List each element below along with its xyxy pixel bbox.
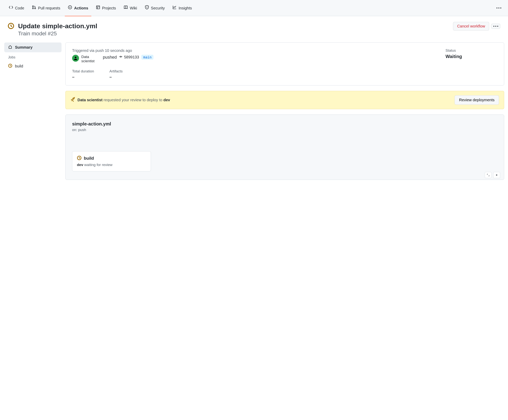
- trigger-text: Triggered via push 10 seconds ago: [72, 48, 442, 53]
- tab-insights[interactable]: Insights: [169, 0, 195, 16]
- tab-wiki[interactable]: Wiki: [120, 0, 140, 16]
- book-icon: [124, 5, 128, 11]
- artifacts-label: Artifacts: [109, 69, 123, 73]
- tab-label: Insights: [179, 5, 192, 11]
- svg-point-9: [120, 56, 121, 57]
- kebab-icon: [493, 26, 498, 27]
- duration-label: Total duration: [72, 69, 94, 73]
- run-actions-menu[interactable]: [491, 24, 500, 29]
- run-summary-panel: Triggered via push 10 seconds ago Data s…: [65, 43, 504, 86]
- sidebar-label: Summary: [15, 45, 32, 50]
- tab-security[interactable]: Security: [142, 0, 168, 16]
- review-deployments-button[interactable]: Review deployments: [455, 95, 499, 105]
- review-actor: Data scientist: [77, 98, 103, 102]
- commit-sha: 5899133: [124, 55, 139, 59]
- table-icon: [96, 5, 100, 11]
- svg-point-2: [35, 8, 36, 9]
- review-middle-text: requested your review to deploy to: [103, 98, 164, 102]
- workflow-trigger-label: on: push: [72, 128, 497, 132]
- clock-icon: [8, 23, 14, 29]
- git-pull-request-icon: [32, 5, 36, 11]
- graph-icon: [172, 5, 177, 11]
- clock-icon: [77, 156, 82, 161]
- tab-pull-requests[interactable]: Pull requests: [29, 0, 63, 16]
- sidebar-job-label: build: [15, 64, 23, 68]
- sidebar-item-job-build[interactable]: build: [4, 61, 61, 71]
- tab-actions[interactable]: Actions: [65, 0, 91, 16]
- tab-label: Actions: [74, 5, 88, 11]
- graph-toolbar: [485, 172, 500, 178]
- play-circle-icon: [68, 5, 72, 11]
- job-wait-text: waiting for review: [83, 163, 112, 167]
- status-label: Status: [446, 48, 497, 53]
- review-env: dev: [164, 98, 170, 102]
- code-icon: [9, 5, 13, 11]
- duration-value: –: [72, 74, 94, 80]
- tab-code[interactable]: Code: [6, 0, 27, 16]
- graph-fullscreen-button[interactable]: [485, 172, 492, 178]
- review-deployments-banner: Data scientist requested your review to …: [65, 91, 504, 109]
- sidebar-jobs-heading: Jobs: [4, 52, 61, 61]
- run-header: Update simple-action.yml Train model #25…: [0, 16, 508, 43]
- clock-icon: [8, 64, 12, 69]
- branch-tag[interactable]: main: [141, 55, 153, 59]
- workflow-graph-panel: simple-action.yml on: push build dev wai…: [65, 115, 504, 180]
- repo-nav: Code Pull requests Actions Projects Wiki…: [0, 0, 508, 16]
- rocket-icon: [71, 97, 75, 103]
- actor-name[interactable]: Data scientist: [81, 55, 101, 64]
- run-subtitle: Train model #25: [18, 30, 97, 37]
- kebab-icon: [496, 7, 501, 8]
- svg-point-8: [75, 57, 76, 58]
- commit-link[interactable]: 5899133: [119, 55, 139, 59]
- svg-rect-4: [97, 6, 100, 9]
- shield-icon: [145, 5, 149, 11]
- status-value: Waiting: [446, 54, 497, 59]
- tab-label: Security: [151, 5, 165, 11]
- actor-avatar[interactable]: [72, 55, 79, 62]
- job-name: build: [84, 156, 94, 161]
- graph-zoom-in-button[interactable]: [493, 172, 500, 178]
- tab-label: Code: [15, 5, 24, 11]
- run-sidebar: Summary Jobs build: [4, 43, 61, 180]
- tab-label: Pull requests: [38, 5, 60, 11]
- workflow-icon: [8, 45, 12, 50]
- svg-point-5: [147, 7, 147, 7]
- tab-label: Projects: [102, 5, 116, 11]
- workflow-file-name: simple-action.yml: [72, 121, 497, 127]
- cancel-workflow-button[interactable]: Cancel workflow: [453, 22, 489, 30]
- job-card-build[interactable]: build dev waiting for review: [72, 151, 151, 171]
- svg-point-1: [32, 8, 34, 9]
- tab-projects[interactable]: Projects: [93, 0, 119, 16]
- tab-label: Wiki: [130, 5, 137, 11]
- commit-icon: [119, 55, 122, 59]
- trigger-verb: pushed: [103, 55, 117, 60]
- artifacts-value: –: [109, 74, 123, 80]
- nav-overflow-menu[interactable]: [495, 5, 502, 12]
- sidebar-item-summary[interactable]: Summary: [4, 43, 61, 52]
- run-title: Update simple-action.yml: [18, 22, 97, 30]
- svg-point-0: [32, 6, 34, 7]
- job-env: dev: [77, 163, 83, 167]
